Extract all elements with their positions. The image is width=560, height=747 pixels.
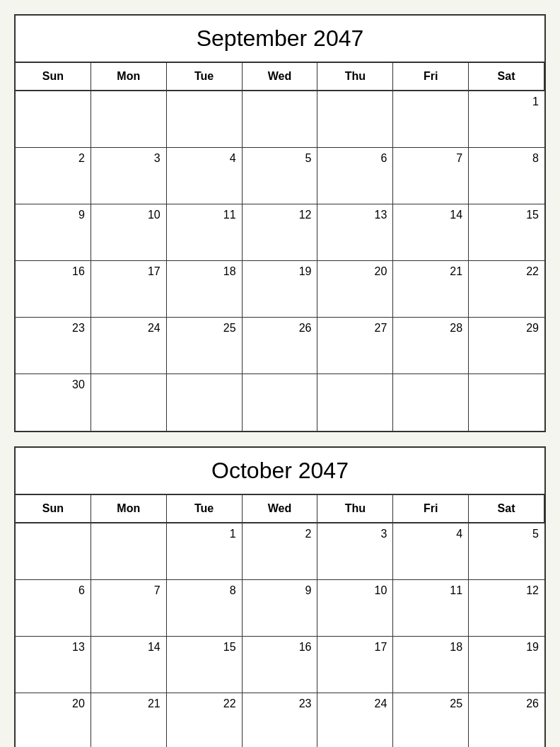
table-row: 15 [167,637,243,693]
table-row [393,91,469,148]
table-row: 6 [317,148,393,204]
table-row: 15 [469,204,544,261]
table-row [469,374,544,431]
oct-header-fri: Fri [393,495,469,523]
table-row: 26 [243,318,318,374]
table-row: 26 [469,693,544,747]
october-title: October 2047 [16,448,544,495]
table-row: 24 [91,318,167,374]
table-row: 10 [317,580,393,637]
table-row: 14 [393,204,469,261]
header-fri: Fri [393,63,469,91]
table-row [393,374,469,431]
table-row [243,91,318,148]
table-row [167,91,243,148]
oct-header-sun: Sun [16,495,91,523]
table-row [243,374,318,431]
table-row: 6 [16,580,91,637]
table-row: 7 [393,148,469,204]
table-row: 4 [393,523,469,580]
table-row: 22 [469,261,544,318]
header-wed: Wed [243,63,318,91]
table-row [91,523,167,580]
table-row: 9 [16,204,91,261]
table-row: 23 [16,318,91,374]
table-row: 11 [393,580,469,637]
table-row: 16 [243,637,318,693]
october-grid: Sun Mon Tue Wed Thu Fri Sat 1 2 3 4 5 6 … [16,495,544,747]
table-row: 18 [393,637,469,693]
table-row: 17 [91,261,167,318]
september-calendar: September 2047 Sun Mon Tue Wed Thu Fri S… [14,14,546,432]
october-calendar: October 2047 Sun Mon Tue Wed Thu Fri Sat… [14,446,546,747]
table-row: 2 [16,148,91,204]
table-row: 8 [469,148,544,204]
table-row: 4 [167,148,243,204]
oct-header-wed: Wed [243,495,318,523]
header-mon: Mon [91,63,167,91]
header-tue: Tue [167,63,243,91]
table-row: 24 [317,693,393,747]
table-row: 2 [243,523,318,580]
table-row: 19 [243,261,318,318]
header-sun: Sun [16,63,91,91]
table-row: 17 [317,637,393,693]
table-row: 5 [243,148,318,204]
table-row: 18 [167,261,243,318]
table-row: 30 [16,374,91,431]
table-row: 9 [243,580,318,637]
oct-header-mon: Mon [91,495,167,523]
table-row: 12 [469,580,544,637]
table-row: 13 [16,637,91,693]
table-row: 16 [16,261,91,318]
table-row: 11 [167,204,243,261]
table-row: 23 [243,693,318,747]
september-grid: Sun Mon Tue Wed Thu Fri Sat 1 2 3 4 5 6 … [16,63,544,431]
oct-header-thu: Thu [317,495,393,523]
table-row: 13 [317,204,393,261]
table-row: 20 [16,693,91,747]
table-row: 8 [167,580,243,637]
table-row [16,91,91,148]
oct-header-sat: Sat [469,495,544,523]
table-row: 3 [91,148,167,204]
table-row: 1 [469,91,544,148]
table-row: 29 [469,318,544,374]
table-row: 3 [317,523,393,580]
table-row [91,91,167,148]
table-row: 25 [167,318,243,374]
header-thu: Thu [317,63,393,91]
oct-header-tue: Tue [167,495,243,523]
table-row: 25 [393,693,469,747]
table-row [317,91,393,148]
table-row: 14 [91,637,167,693]
table-row: 22 [167,693,243,747]
september-title: September 2047 [16,16,544,63]
table-row: 1 [167,523,243,580]
table-row: 28 [393,318,469,374]
table-row: 21 [91,693,167,747]
table-row: 21 [393,261,469,318]
table-row: 27 [317,318,393,374]
table-row: 12 [243,204,318,261]
table-row: 19 [469,637,544,693]
table-row: 7 [91,580,167,637]
table-row: 10 [91,204,167,261]
table-row: 20 [317,261,393,318]
table-row [317,374,393,431]
header-sat: Sat [469,63,544,91]
table-row [167,374,243,431]
table-row [91,374,167,431]
table-row: 5 [469,523,544,580]
table-row [16,523,91,580]
